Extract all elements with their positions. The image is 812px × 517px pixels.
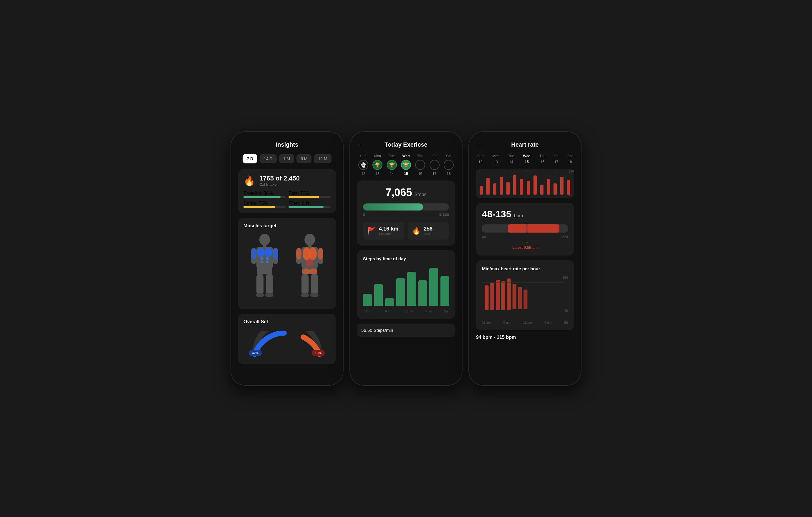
hr-day-fri[interactable]: Fri 17 — [554, 154, 558, 164]
metric-distance-value: 4.16 km — [379, 226, 398, 232]
steps-chart-title: Steps by time of day — [363, 256, 449, 261]
svg-point-27 — [318, 248, 323, 260]
svg-rect-31 — [301, 274, 309, 294]
phone-exercise: ← Today Exericse Sun 👻 12 Mon 🏆 13 Tue 🏆… — [350, 132, 462, 385]
hr-day-tue[interactable]: Tue 14 — [508, 154, 514, 164]
day-wed[interactable]: Wed 🏆 15 — [401, 154, 411, 176]
day-thu[interactable]: Thu 16 — [415, 154, 425, 176]
hr-day-mon[interactable]: Mon 13 — [493, 154, 499, 164]
filter-1m[interactable]: 1 M — [279, 154, 294, 164]
filter-12m[interactable]: 12 M — [314, 154, 331, 164]
time-filters: 7 D 14 D 1 M 6 M 12 M — [238, 154, 336, 164]
macro-carbs: Carbs: 75% — [243, 201, 286, 208]
day-sun-icon: 👻 — [358, 160, 368, 170]
chart-bar-7 — [429, 268, 438, 306]
bpm-value: 48-135 bpm — [482, 209, 568, 220]
chart-label-6pm: 6 pm — [425, 310, 432, 313]
day-fri[interactable]: Fri 17 — [430, 154, 440, 176]
exercise-back-button[interactable]: ← — [357, 141, 363, 148]
svg-rect-6 — [266, 257, 269, 260]
day-mon[interactable]: Mon 🏆 13 — [372, 154, 382, 176]
day-tue[interactable]: Tue 🏆 14 — [387, 154, 397, 176]
day-sat[interactable]: Sat 18 — [444, 154, 454, 176]
svg-rect-19 — [308, 245, 312, 247]
day-sun[interactable]: Sun 👻 12 — [358, 154, 368, 176]
svg-rect-40 — [490, 283, 494, 310]
fire-icon-2: 🔥 — [412, 227, 421, 235]
heart-weekly-chart: 180 40 — [476, 169, 574, 198]
svg-point-30 — [309, 268, 317, 275]
svg-point-25 — [296, 248, 301, 260]
chart-bar-8 — [440, 276, 449, 306]
hr-day-thu[interactable]: Thu 16 — [540, 154, 546, 164]
day-sun-name: Sun — [360, 154, 366, 158]
minmax-chart-wrap: 150 40 — [482, 276, 568, 318]
gauge-chart: 42% 19% — [249, 331, 325, 357]
metric-calories: 🔥 256 Kacl — [408, 222, 449, 240]
chart-label-6am: 6 am — [385, 310, 392, 313]
metric-calories-value: 256 — [424, 226, 433, 232]
macro-proteins-label: Proteins: 88% — [243, 191, 273, 196]
filter-6m[interactable]: 6 M — [296, 154, 312, 164]
day-wed-num: 15 — [404, 172, 408, 176]
chart-bar-1 — [363, 294, 372, 306]
macro-fiber-label: Fiber: 83% — [289, 201, 311, 206]
hr-thu-num: 16 — [541, 160, 544, 164]
minmax-scale-low: 40 — [564, 309, 568, 312]
bpm-slider-track[interactable] — [482, 224, 568, 233]
fats-bar-fill — [289, 196, 319, 198]
cal-value: 1765 of 2,450 — [259, 175, 300, 182]
steps-card: 7,065 Steps 0 10,000 🚩 4.16 km Distance — [357, 180, 455, 246]
day-tue-num: 14 — [390, 172, 394, 176]
bpm-latest: 112 Latest 9.59 am — [482, 241, 568, 250]
metric-distance-label: Distance — [379, 232, 398, 235]
heartrate-back-button[interactable]: ← — [476, 141, 482, 148]
hr-bar-1 — [480, 186, 483, 195]
hr-day-sat[interactable]: Sat 18 — [567, 154, 573, 164]
hr-bar-6 — [513, 175, 516, 195]
hr-day-wed[interactable]: Wed 15 — [523, 154, 530, 164]
proteins-bar-track — [243, 196, 286, 198]
macro-proteins: Proteins: 88% — [243, 191, 286, 198]
cal-header: 🔥 1765 of 2,450 Cal Intake — [243, 175, 330, 186]
filter-14d[interactable]: 14 D — [260, 154, 277, 164]
svg-rect-1 — [263, 245, 266, 247]
proteins-bar-fill — [243, 196, 281, 198]
bpm-slider-fill — [508, 224, 559, 233]
hr-bar-8 — [527, 181, 530, 195]
hr-wed-num: 15 — [525, 160, 528, 164]
svg-point-10 — [251, 248, 256, 260]
heartrate-days-row: Sun 12 Mon 13 Tue 14 Wed 15 Thu 16 Fri 1… — [476, 154, 574, 164]
chart-bar-2 — [374, 284, 383, 306]
days-row: Sun 👻 12 Mon 🏆 13 Tue 🏆 14 Wed 🏆 15 Thu — [357, 154, 455, 176]
hr-day-sun[interactable]: Sun 12 — [477, 154, 484, 164]
steps-header: 7,065 Steps — [363, 186, 449, 199]
day-wed-name: Wed — [402, 154, 409, 158]
svg-point-33 — [301, 293, 309, 297]
fats-bar-track — [289, 196, 330, 198]
day-mon-name: Mon — [374, 154, 381, 158]
svg-rect-44 — [513, 284, 516, 309]
svg-rect-46 — [523, 289, 527, 309]
macro-fats-label: Fats: 73% — [289, 191, 310, 196]
svg-point-16 — [256, 293, 264, 297]
chart-label-h: (h) — [444, 310, 448, 313]
chart-labels: 12 am 6 am 12 pm 6 pm (h) — [363, 310, 449, 313]
hr-sat-num: 18 — [568, 160, 572, 164]
bpm-max: 220 — [562, 235, 568, 239]
phone-heartrate: ← Heart rate Sun 12 Mon 13 Tue 14 Wed 15… — [469, 132, 581, 385]
hr-bar-9 — [533, 175, 537, 195]
overall-set-title: Overall Set — [243, 319, 330, 324]
metrics-row: 🚩 4.16 km Distance 🔥 256 Kacl — [363, 222, 449, 240]
macros-grid: Proteins: 88% Fats: 73% Carbs: 75% — [243, 191, 330, 208]
steps-bar-min: 0 — [363, 213, 365, 217]
svg-point-18 — [304, 234, 315, 246]
svg-rect-14 — [256, 274, 263, 294]
hr-bar-11 — [547, 179, 550, 195]
cal-info: 1765 of 2,450 Cal Intake — [259, 175, 300, 186]
metric-calories-info: 256 Kacl — [424, 226, 433, 235]
filter-7d[interactable]: 7 D — [242, 154, 257, 164]
body-back — [292, 233, 327, 304]
steps-bar-chart — [363, 266, 449, 307]
svg-point-3 — [257, 248, 265, 257]
